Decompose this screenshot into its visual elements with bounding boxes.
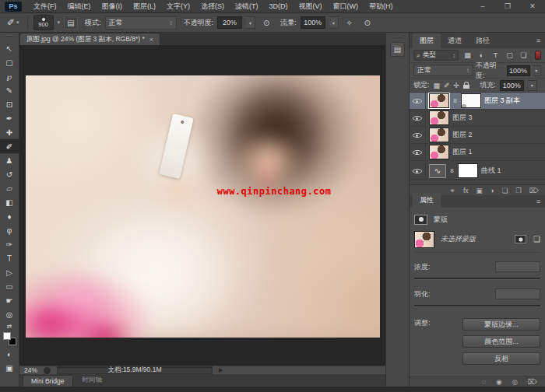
panel-menu-icon[interactable]: ≡ <box>536 198 540 205</box>
menu-type[interactable]: 文字(Y) <box>161 2 195 12</box>
layer-opacity-dropdown[interactable]: ▾ <box>533 65 542 76</box>
filter-type-layers-icon[interactable]: T <box>490 51 501 59</box>
delete-layer-icon[interactable]: ⌦ <box>529 187 539 194</box>
layer-style-fx-icon[interactable]: fx <box>463 187 469 194</box>
pen-tool[interactable]: ✑ <box>0 237 19 251</box>
tab-properties[interactable]: 属性 <box>413 193 441 208</box>
marquee-tool[interactable]: ▢ <box>0 55 19 69</box>
rectangle-tool[interactable]: ▭ <box>0 279 19 293</box>
path-selection-tool[interactable]: ▷ <box>0 265 19 279</box>
menu-edit[interactable]: 编辑(E) <box>62 2 97 12</box>
canvas-area[interactable]: www.qinpinchang.com <box>19 45 385 366</box>
toggle-brush-panel-button[interactable]: ▤ <box>64 16 78 30</box>
panel-menu-icon[interactable]: ≡ <box>536 37 540 44</box>
delete-mask-icon[interactable]: ⌦ <box>528 378 537 386</box>
invert-button[interactable]: 反相 <box>462 352 540 365</box>
menu-view[interactable]: 视图(V) <box>294 2 328 12</box>
visibility-toggle[interactable] <box>410 144 426 160</box>
new-group-icon[interactable]: ❏ <box>502 187 508 194</box>
history-panel-icon[interactable]: ▤ <box>390 42 405 57</box>
close-button[interactable]: ✕ <box>520 2 545 10</box>
tab-layers[interactable]: 图层 <box>413 33 441 48</box>
filter-adjustment-layers-icon[interactable]: ◐ <box>476 51 487 59</box>
photo-document[interactable]: www.qinpinchang.com <box>26 75 380 338</box>
fill-dropdown[interactable]: ▾ <box>528 80 537 91</box>
close-tab-icon[interactable]: × <box>149 36 153 44</box>
layer-mask-thumbnail[interactable] <box>461 93 481 108</box>
add-vector-mask-button[interactable]: ❏ <box>533 235 540 243</box>
add-pixel-mask-button[interactable] <box>515 235 526 243</box>
layer-thumbnail[interactable] <box>429 145 449 159</box>
quick-selection-tool[interactable]: ✎ <box>0 83 19 97</box>
mask-edge-button[interactable]: 蒙版边缘... <box>462 318 540 331</box>
flow-input[interactable]: 100% <box>301 16 325 29</box>
load-selection-icon[interactable]: ◌ <box>482 378 486 386</box>
visibility-toggle[interactable] <box>410 127 426 143</box>
filter-pixel-layers-icon[interactable]: ▦ <box>462 51 473 59</box>
apply-mask-icon[interactable]: ◉ <box>496 378 501 386</box>
filter-smart-objects-icon[interactable]: ❏ <box>519 51 529 59</box>
tab-timeline[interactable]: 时间轴 <box>75 374 111 387</box>
menu-help[interactable]: 帮助(H) <box>364 2 399 12</box>
airbrush-icon[interactable]: ✧ <box>343 16 357 30</box>
eyedropper-tool[interactable]: ✒ <box>0 111 19 125</box>
layer-name[interactable]: 图层 3 副本 <box>484 96 520 106</box>
opacity-input[interactable]: 20% <box>217 16 242 29</box>
clone-stamp-tool[interactable]: ♟ <box>0 153 19 167</box>
density-input[interactable] <box>495 261 540 272</box>
feather-input[interactable] <box>495 289 540 299</box>
menu-layer[interactable]: 图层(L) <box>128 2 161 12</box>
layer-opacity-input[interactable]: 100% <box>507 65 530 76</box>
type-tool[interactable]: T <box>0 251 19 265</box>
lock-transparency-icon[interactable]: ▦ <box>434 82 441 89</box>
lasso-tool[interactable]: ℘ <box>0 69 19 83</box>
layer-name[interactable]: 图层 3 <box>452 113 473 123</box>
menu-window[interactable]: 窗口(W) <box>328 2 364 12</box>
lock-position-icon[interactable]: ✛ <box>454 82 460 89</box>
lock-pixels-icon[interactable]: ✐ <box>444 82 450 89</box>
lock-all-icon[interactable] <box>463 85 469 89</box>
menu-image[interactable]: 图像(I) <box>97 2 128 12</box>
swap-colors-button[interactable]: ⇄ <box>7 321 12 331</box>
status-sync-icon[interactable] <box>44 367 51 374</box>
opacity-dropdown[interactable]: ▾ <box>246 16 255 29</box>
zoom-level-input[interactable]: 24% <box>24 366 37 374</box>
restore-button[interactable]: ❐ <box>495 2 520 10</box>
eraser-tool[interactable]: ▱ <box>0 181 19 195</box>
visibility-toggle[interactable] <box>410 110 426 126</box>
history-brush-tool[interactable]: ↺ <box>0 167 19 181</box>
blend-mode-select[interactable]: 正常 ↕ <box>105 16 177 30</box>
adjustment-layer-row[interactable]: ∿ 8 曲线 1 <box>410 163 545 180</box>
layer-row[interactable]: 图层 2 <box>410 127 545 144</box>
layer-name[interactable]: 图层 2 <box>452 130 473 140</box>
new-layer-icon[interactable]: ❐ <box>515 187 522 194</box>
layer-row[interactable]: 图层 3 <box>410 110 545 127</box>
pressure-opacity-icon[interactable]: ⊙ <box>259 16 273 30</box>
pressure-size-icon[interactable]: ⊙ <box>360 16 374 30</box>
curves-adjustment-icon[interactable]: ∿ <box>429 164 446 178</box>
adjustment-mask-thumbnail[interactable] <box>458 163 478 178</box>
gradient-tool[interactable]: ◧ <box>0 195 19 209</box>
filter-shape-layers-icon[interactable]: ▢ <box>505 51 515 59</box>
menu-file[interactable]: 文件(F) <box>28 2 62 12</box>
color-range-button[interactable]: 颜色范围... <box>462 335 540 348</box>
add-mask-icon[interactable]: ▣ <box>476 187 483 194</box>
filter-kind-select[interactable]: ⌕ 类型 ↕ <box>413 50 459 61</box>
document-tab[interactable]: 原图.jpg @ 24% (图层 3 副本, RGB/8*) * × <box>19 33 160 45</box>
menu-filter[interactable]: 滤镜(T) <box>230 2 264 12</box>
link-layers-icon[interactable]: ⚭ <box>450 187 455 194</box>
layer-name[interactable]: 曲线 1 <box>481 166 501 176</box>
mask-link-icon[interactable]: 8 <box>452 97 458 104</box>
screen-mode-button[interactable]: ▣ <box>0 361 19 375</box>
layer-row-selected[interactable]: 8 图层 3 副本 <box>410 93 545 110</box>
flow-dropdown[interactable]: ▾ <box>329 16 339 29</box>
layer-thumbnail[interactable] <box>429 110 449 125</box>
menu-3d[interactable]: 3D(D) <box>264 2 294 10</box>
tab-channels[interactable]: 通道 <box>441 33 469 48</box>
fill-input[interactable]: 100% <box>500 80 524 91</box>
layer-name[interactable]: 图层 1 <box>452 147 473 157</box>
brush-tool-selected[interactable]: ✐ <box>0 139 19 153</box>
filter-toggle-switch[interactable] <box>535 51 541 60</box>
move-tool[interactable]: ↖ <box>0 41 19 55</box>
foreground-color-swatch[interactable] <box>3 332 11 340</box>
